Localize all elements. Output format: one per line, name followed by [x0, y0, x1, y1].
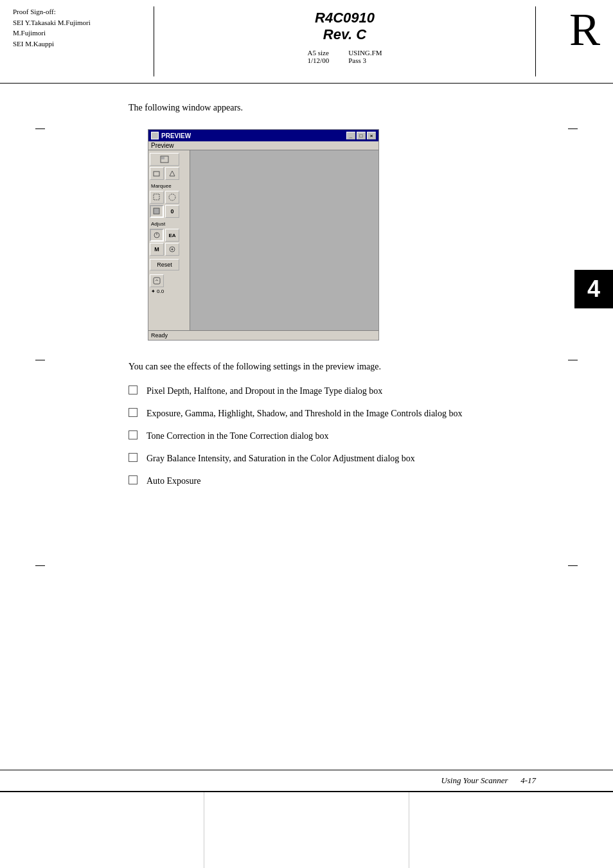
tick-right-1: [568, 128, 578, 129]
titlebar-buttons: _ □ ×: [346, 132, 376, 139]
header-letter: R: [536, 6, 600, 76]
checkbox-5: [129, 475, 138, 484]
reset-button[interactable]: Reset: [150, 259, 179, 270]
toolbar-marquee-3[interactable]: [150, 205, 164, 218]
footer-left: Using Your Scanner: [441, 775, 508, 786]
toolbar-icon-btn[interactable]: [150, 274, 164, 287]
toolbar-adjust-2[interactable]: EA: [165, 229, 179, 242]
chapter-number: 4: [587, 276, 600, 303]
footer-right: 4-17: [520, 775, 536, 786]
preview-window: PREVIEW _ □ × Preview: [148, 129, 379, 341]
doc-meta-left: A5 size 1/12/00: [308, 49, 330, 64]
checkbox-1: [129, 385, 138, 394]
section-letter: R: [569, 6, 600, 53]
bullet-list: Pixel Depth, Halftone, and Dropout in th…: [129, 384, 536, 488]
list-item: Exposure, Gamma, Highlight, Shadow, and …: [129, 407, 536, 420]
list-item: Auto Exposure: [129, 474, 536, 488]
preview-statusbar: Ready: [148, 330, 378, 340]
chapter-badge: 4: [574, 270, 613, 308]
svg-rect-5: [154, 208, 159, 214]
toolbar-row-marquee1: [150, 191, 188, 204]
doc-pass: Pass 3: [348, 57, 382, 64]
toolbar-btn-1[interactable]: [150, 153, 179, 166]
bullet-text-3: Tone Correction in the Tone Correction d…: [147, 429, 536, 443]
toolbar-adjust-4[interactable]: [165, 243, 179, 256]
list-item: Pixel Depth, Halftone, and Dropout in th…: [129, 384, 536, 398]
toolbar-icon-row: [150, 274, 188, 287]
tick-left-3: [35, 565, 45, 566]
preview-canvas: [190, 150, 378, 330]
maximize-button[interactable]: □: [357, 132, 366, 139]
preview-menu-item[interactable]: Preview: [151, 142, 174, 149]
bullet-text-4: Gray Balance Intensity, and Saturation i…: [147, 452, 536, 465]
main-content: 4 The following window appears. PREVIEW …: [0, 84, 613, 516]
preview-toolbar: Marquee 0 Adjust: [148, 150, 190, 330]
toolbar-adjust-1[interactable]: [150, 229, 164, 242]
svg-point-9: [172, 249, 173, 251]
proof-names: SEI Y.Takasaki M.Fujimori M.Fujimori SEI…: [13, 17, 147, 49]
bottom-grid: [0, 792, 613, 868]
close-button[interactable]: ×: [367, 132, 376, 139]
proof-signoff: Proof Sign-off: SEI Y.Takasaki M.Fujimor…: [13, 6, 154, 76]
doc-info: R4C0910 Rev. C A5 size 1/12/00 USING.FM …: [154, 6, 536, 76]
toolbar-row-adjust2: M: [150, 243, 188, 256]
bottom-section: [0, 791, 613, 868]
toolbar-adjust-3[interactable]: M: [150, 243, 164, 256]
svg-point-4: [169, 194, 175, 200]
proof-label: Proof Sign-off:: [13, 6, 147, 17]
doc-meta: A5 size 1/12/00 USING.FM Pass 3: [308, 49, 382, 64]
toolbar-marquee-4[interactable]: 0: [165, 205, 179, 218]
preview-menubar: Preview: [148, 141, 378, 150]
doc-file: USING.FM: [348, 49, 382, 57]
checkbox-4: [129, 453, 138, 462]
svg-rect-1: [161, 157, 164, 159]
svg-rect-2: [154, 172, 159, 176]
toolbar-row-marquee2: 0: [150, 205, 188, 218]
page-footer: Using Your Scanner 4-17: [0, 770, 613, 791]
page-header: Proof Sign-off: SEI Y.Takasaki M.Fujimor…: [0, 0, 613, 84]
adjust-label: Adjust: [150, 221, 188, 227]
toolbar-row-2: [150, 167, 188, 180]
toolbar-btn-2b[interactable]: [165, 167, 179, 180]
bottom-col-2: [204, 792, 409, 868]
bullet-text-2: Exposure, Gamma, Highlight, Shadow, and …: [147, 407, 536, 420]
toolbar-row-top: [150, 153, 188, 166]
titlebar-left: PREVIEW: [151, 132, 191, 139]
body-text: You can see the effects of the following…: [129, 360, 536, 374]
preview-icon: [151, 132, 159, 139]
checkbox-2: [129, 408, 138, 417]
preview-title: PREVIEW: [161, 132, 191, 139]
preview-titlebar: PREVIEW _ □ ×: [148, 130, 378, 141]
svg-rect-3: [154, 194, 159, 200]
bottom-col-3: [409, 792, 613, 868]
bullet-text-1: Pixel Depth, Halftone, and Dropout in th…: [147, 384, 536, 398]
list-item: Gray Balance Intensity, and Saturation i…: [129, 452, 536, 465]
marquee-label: Marquee: [150, 183, 188, 189]
bullet-text-5: Auto Exposure: [147, 474, 536, 488]
minimize-button[interactable]: _: [346, 132, 355, 139]
doc-meta-right: USING.FM Pass 3: [348, 49, 382, 64]
checkbox-3: [129, 430, 138, 439]
preview-body: Marquee 0 Adjust: [148, 150, 378, 330]
toolbar-marquee-2[interactable]: [165, 191, 179, 204]
doc-date: 1/12/00: [308, 57, 330, 64]
doc-id: R4C0910: [315, 10, 375, 26]
tick-left-1: [35, 128, 45, 129]
bottom-col-1: [0, 792, 204, 868]
toolbar-value-row: ✦ 0.0: [150, 288, 188, 294]
doc-rev: Rev. C: [323, 26, 366, 43]
toolbar-btn-2a[interactable]: [150, 167, 164, 180]
tick-right-2: [568, 360, 578, 360]
tick-left-2: [35, 360, 45, 360]
toolbar-marquee-1[interactable]: [150, 191, 164, 204]
intro-text: The following window appears.: [129, 103, 536, 113]
paper-size: A5 size: [308, 49, 330, 57]
tick-right-3: [568, 565, 578, 566]
svg-rect-10: [154, 278, 160, 284]
brightness-value: 0.0: [157, 288, 164, 294]
list-item: Tone Correction in the Tone Correction d…: [129, 429, 536, 443]
toolbar-row-adjust1: EA: [150, 229, 188, 242]
